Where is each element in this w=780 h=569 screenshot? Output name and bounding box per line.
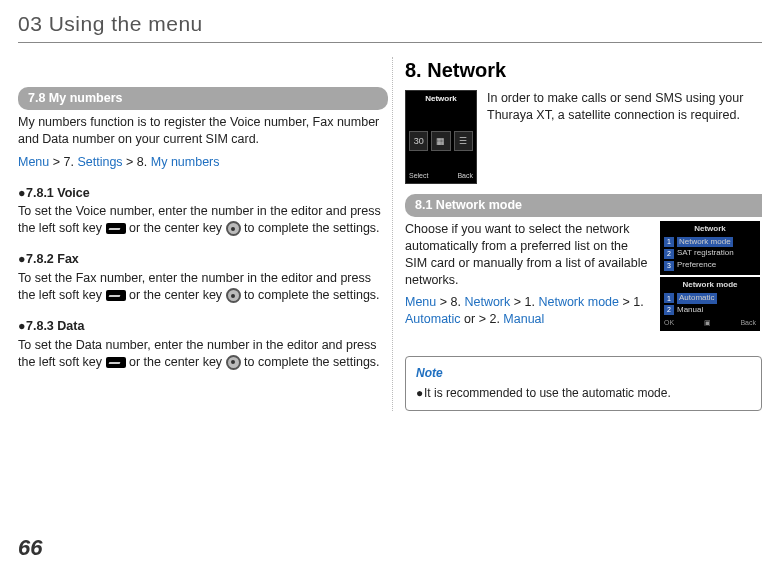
crumb-sep1: > 7. (49, 155, 77, 169)
crumb-s4: or > 2. (461, 312, 504, 326)
mini-a-r3: Preference (677, 260, 716, 271)
mini-b-title: Network mode (664, 280, 756, 291)
breadcrumb-network-mode: Menu > 8. Network > 1. Network mode > 1.… (405, 294, 652, 328)
note-text: It is recommended to use the automatic m… (424, 386, 671, 400)
left-soft-key-icon (106, 357, 126, 368)
crumb-manual: Manual (503, 312, 544, 326)
columns: 7.8 My numbers My numbers function is to… (18, 57, 762, 411)
phone-icons-row: 30 ▦ ☰ (409, 131, 473, 151)
network-mode-body: Choose if you want to select the network… (405, 221, 652, 289)
data-t2: or the center key (126, 355, 226, 369)
section-bar-network-mode: 8.1 Network mode (405, 194, 762, 217)
crumb-network: Network (464, 295, 510, 309)
mini-a-r2: SAT registration (677, 248, 734, 259)
fax-paragraph: To set the Fax number, enter the number … (18, 270, 388, 304)
right-column: 8. Network Network 30 ▦ ☰ Select Back In… (392, 57, 762, 411)
crumb-menu2: Menu (405, 295, 436, 309)
crumb-netmode: Network mode (538, 295, 619, 309)
mini-a-r1: Network mode (677, 237, 733, 248)
mini-b-br: Back (740, 318, 756, 327)
crumb-settings: Settings (77, 155, 122, 169)
voice-t3: to complete the settings. (241, 221, 380, 235)
mini-a-title: Network (664, 224, 756, 235)
crumb-s1: > 8. (436, 295, 464, 309)
crumb-sep2: > 8. (123, 155, 151, 169)
mini-b-r1: Automatic (677, 293, 717, 304)
phone-icon-2: ▦ (431, 131, 450, 151)
voice-t2: or the center key (126, 221, 226, 235)
data-paragraph: To set the Data number, enter the number… (18, 337, 388, 371)
crumb-mynumbers: My numbers (151, 155, 220, 169)
left-soft-key-icon (106, 223, 126, 234)
section-heading-network: 8. Network (405, 57, 762, 84)
divider (18, 42, 762, 43)
mini-screen-network-list: Network 1Network mode 2SAT registration … (660, 221, 760, 275)
mini-screen-mode-list: Network mode 1Automatic 2Manual OK▣Back (660, 277, 760, 331)
data-t3: to complete the settings. (241, 355, 380, 369)
note-item: ●It is recommended to use the automatic … (416, 385, 751, 401)
phone-bottombar: Select Back (409, 171, 473, 180)
sub-heading-voice: ●7.8.1 Voice (18, 185, 388, 202)
phone-icon-1: 30 (409, 131, 428, 151)
phone-screen-network: Network 30 ▦ ☰ Select Back (405, 90, 477, 184)
section-bar-my-numbers: 7.8 My numbers (18, 87, 388, 110)
fax-t3: to complete the settings. (241, 288, 380, 302)
crumb-s3: > 1. (619, 295, 644, 309)
note-box: Note ●It is recommended to use the autom… (405, 356, 762, 410)
center-key-icon (226, 288, 241, 303)
phone-soft-right: Back (457, 171, 473, 180)
sub-heading-data: ●7.8.3 Data (18, 318, 388, 335)
note-title: Note (416, 365, 751, 381)
phone-icon-3: ☰ (454, 131, 473, 151)
intro-paragraph: My numbers function is to register the V… (18, 114, 388, 148)
left-column: 7.8 My numbers My numbers function is to… (18, 57, 388, 411)
phone-titlebar: Network (409, 94, 473, 105)
sub-heading-fax: ●7.8.2 Fax (18, 251, 388, 268)
page-number: 66 (18, 535, 42, 561)
sub-h-voice-text: 7.8.1 Voice (26, 186, 90, 200)
sub-h-data-text: 7.8.3 Data (26, 319, 84, 333)
mini-b-bl: OK (664, 318, 674, 327)
crumb-s2: > 1. (510, 295, 538, 309)
center-key-icon (226, 221, 241, 236)
voice-paragraph: To set the Voice number, enter the numbe… (18, 203, 388, 237)
sub-h-fax-text: 7.8.2 Fax (26, 252, 79, 266)
center-key-icon (226, 355, 241, 370)
left-soft-key-icon (106, 290, 126, 301)
breadcrumb-my-numbers: Menu > 7. Settings > 8. My numbers (18, 154, 388, 171)
phone-soft-left: Select (409, 171, 428, 180)
fax-t2: or the center key (126, 288, 226, 302)
mini-screens: Network 1Network mode 2SAT registration … (660, 221, 762, 334)
chapter-title: 03 Using the menu (18, 12, 762, 36)
network-intro-text: In order to make calls or send SMS using… (487, 90, 762, 184)
mini-b-r2: Manual (677, 305, 703, 316)
crumb-menu: Menu (18, 155, 49, 169)
crumb-auto: Automatic (405, 312, 461, 326)
screen-and-intro: Network 30 ▦ ☰ Select Back In order to m… (405, 90, 762, 184)
